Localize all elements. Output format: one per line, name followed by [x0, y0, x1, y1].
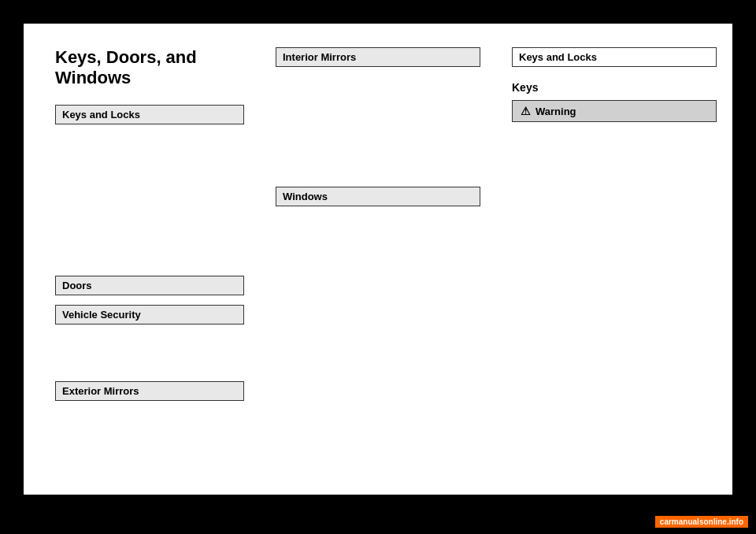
- warning-label: Warning: [536, 106, 576, 117]
- main-title: Keys, Doors, and Windows: [55, 47, 244, 89]
- column-left: Keys, Doors, and Windows Keys and Locks …: [24, 24, 260, 495]
- vehicle-security-header[interactable]: Vehicle Security: [55, 305, 244, 324]
- keys-and-locks-right-header[interactable]: Keys and Locks: [512, 47, 717, 67]
- column-right: Keys and Locks Keys ⚠ Warning: [496, 24, 732, 495]
- page-content: Keys, Doors, and Windows Keys and Locks …: [24, 24, 732, 495]
- keys-subsection-title: Keys: [512, 81, 717, 94]
- column-middle: Interior Mirrors Windows: [260, 24, 496, 495]
- warning-box: ⚠ Warning: [512, 100, 717, 122]
- interior-mirrors-header[interactable]: Interior Mirrors: [276, 47, 480, 67]
- keys-and-locks-header[interactable]: Keys and Locks: [55, 105, 244, 124]
- windows-header[interactable]: Windows: [276, 187, 480, 206]
- watermark: carmanualsonline.info: [655, 516, 748, 528]
- warning-icon: ⚠: [521, 105, 531, 117]
- doors-header[interactable]: Doors: [55, 276, 244, 295]
- exterior-mirrors-header[interactable]: Exterior Mirrors: [55, 381, 244, 401]
